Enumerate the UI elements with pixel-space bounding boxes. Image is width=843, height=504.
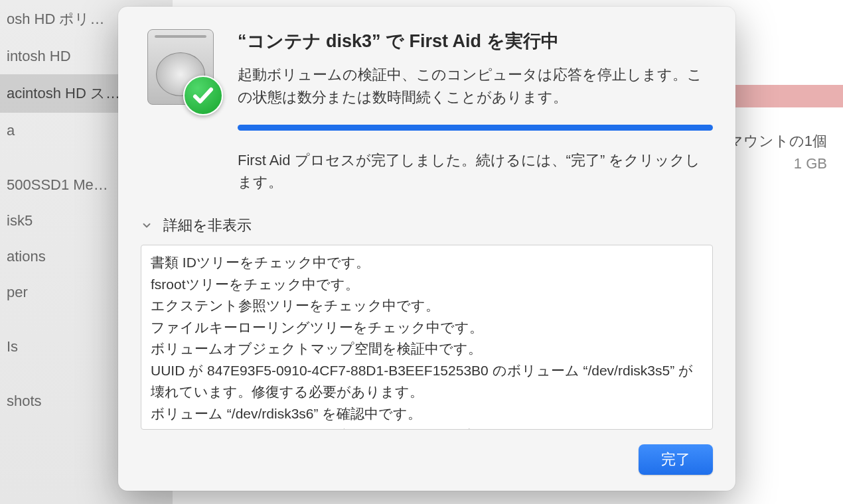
- dialog-subtitle: 起動ボリュームの検証中、このコンピュータは応答を停止します。この状態は数分または…: [238, 64, 713, 109]
- dialog-footer: 完了: [141, 444, 713, 475]
- chevron-down-icon: [141, 220, 153, 231]
- background-info-mounts: マウントの1個: [728, 131, 827, 151]
- details-log[interactable]: 書類 IDツリーをチェック中です。 fsrootツリーをチェック中です。 エクス…: [141, 245, 713, 430]
- background-info-size: 1 GB: [794, 155, 827, 172]
- details-toggle[interactable]: 詳細を非表示: [141, 216, 713, 235]
- disk-icon: [141, 29, 220, 109]
- first-aid-dialog: “コンテナ disk3” で First Aid を実行中 起動ボリュームの検証…: [118, 7, 735, 491]
- details-toggle-label: 詳細を非表示: [163, 216, 252, 235]
- done-button[interactable]: 完了: [639, 444, 713, 475]
- dialog-title: “コンテナ disk3” で First Aid を実行中: [238, 29, 713, 53]
- dialog-header: “コンテナ disk3” で First Aid を実行中 起動ボリュームの検証…: [141, 29, 713, 193]
- progress-bar: [238, 125, 713, 131]
- dialog-status-text: First Aid プロセスが完了しました。続けるには、“完了” をクリックしま…: [238, 149, 713, 193]
- checkmark-badge-icon: [183, 76, 223, 115]
